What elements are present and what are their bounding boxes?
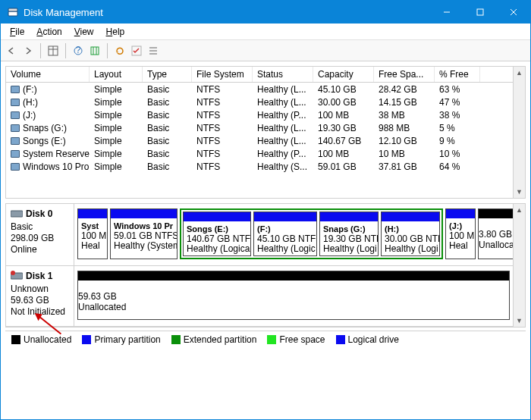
menu-help[interactable]: Help xyxy=(100,25,131,39)
col-status[interactable]: Status xyxy=(253,67,313,82)
toolbar-separator xyxy=(40,43,41,58)
list-button[interactable] xyxy=(146,43,161,58)
partition-system-reserved[interactable]: Syst100 MHeal xyxy=(77,208,108,259)
volume-free: 14.15 GB xyxy=(374,97,435,108)
volume-free: 988 MB xyxy=(374,123,435,133)
volume-status: Healthy (L... xyxy=(253,123,313,133)
volume-icon xyxy=(11,137,20,145)
volume-row[interactable]: Songs (E:)SimpleBasicNTFSHealthy (L...14… xyxy=(6,134,525,147)
vertical-scrollbar[interactable]: ▲ ▼ xyxy=(513,204,525,327)
volume-free: 37.81 GB xyxy=(374,161,435,172)
disk-0-row[interactable]: Disk 0 Basic 298.09 GB Online Syst100 MH… xyxy=(6,204,525,266)
help-button[interactable]: ? xyxy=(71,43,86,58)
volume-type: Basic xyxy=(143,123,192,133)
volume-capacity: 59.01 GB xyxy=(313,161,374,172)
maximize-button[interactable] xyxy=(463,1,497,24)
volume-capacity: 100 MB xyxy=(313,149,374,159)
partition-windows[interactable]: Windows 10 Pr59.01 GB NTFSHealthy (Syste… xyxy=(110,208,178,259)
disk-1-type: Unknown xyxy=(11,284,69,294)
volume-status: Healthy (P... xyxy=(253,110,313,121)
forward-button[interactable] xyxy=(20,43,36,58)
volume-free: 28.42 GB xyxy=(374,84,435,95)
partition-j[interactable]: (J:)100 MHeal xyxy=(445,208,476,259)
volume-row[interactable]: Windows 10 Pro (C:)SimpleBasicNTFSHealth… xyxy=(6,160,525,173)
volume-type: Basic xyxy=(143,97,192,108)
volume-row[interactable]: (H:)SimpleBasicNTFSHealthy (L...30.00 GB… xyxy=(6,96,525,108)
volumes-list[interactable]: Volume Layout Type File System Status Ca… xyxy=(5,66,526,199)
volumes-header[interactable]: Volume Layout Type File System Status Ca… xyxy=(6,67,525,83)
volume-capacity: 45.10 GB xyxy=(313,84,374,95)
unallocated-stripe xyxy=(78,271,509,281)
vertical-scrollbar[interactable]: ▲ ▼ xyxy=(513,67,525,198)
close-button[interactable] xyxy=(497,1,530,24)
volume-capacity: 100 MB xyxy=(313,110,374,121)
volume-row[interactable]: (J:)SimpleBasicNTFSHealthy (P...100 MB38… xyxy=(6,108,525,121)
svg-rect-0 xyxy=(8,11,17,16)
minimize-button[interactable] xyxy=(430,1,463,24)
menu-action[interactable]: Action xyxy=(30,25,68,39)
extended-partition[interactable]: Songs (E:)140.67 GB NTFSHealthy (Logica … xyxy=(180,208,443,259)
scroll-up-icon[interactable]: ▲ xyxy=(514,67,525,79)
app-icon xyxy=(7,6,19,18)
col-capacity[interactable]: Capacity xyxy=(313,67,374,82)
col-fs[interactable]: File System xyxy=(192,67,253,82)
volume-free: 38 MB xyxy=(374,110,435,121)
volume-row[interactable]: Snaps (G:)SimpleBasicNTFSHealthy (L...19… xyxy=(6,121,525,134)
partition-songs[interactable]: Songs (E:)140.67 GB NTFSHealthy (Logica xyxy=(183,212,251,256)
legend-unallocated: Unallocated xyxy=(11,334,71,345)
disk-1-row[interactable]: Disk 1 Unknown 59.63 GB Not Initialized … xyxy=(6,266,525,327)
volume-icon xyxy=(11,111,20,119)
volumes-body: (F:)SimpleBasicNTFSHealthy (L...45.10 GB… xyxy=(6,83,525,198)
toolbar-separator xyxy=(107,43,108,58)
refresh-button[interactable] xyxy=(112,43,127,58)
volume-fs: NTFS xyxy=(192,110,253,121)
volume-row[interactable]: System Reserved (I:)SimpleBasicNTFSHealt… xyxy=(6,147,525,160)
volume-pfree: 38 % xyxy=(435,110,480,121)
svg-rect-11 xyxy=(91,47,99,55)
volume-fs: NTFS xyxy=(192,136,253,146)
volume-row[interactable]: (F:)SimpleBasicNTFSHealthy (L...45.10 GB… xyxy=(6,83,525,96)
partition-snaps[interactable]: Snaps (G:)19.30 GB NTFHealthy (Logi xyxy=(319,212,379,256)
menu-view[interactable]: View xyxy=(68,25,100,39)
volume-capacity: 140.67 GB xyxy=(313,136,374,146)
toolbar: ? xyxy=(1,40,530,61)
check-button[interactable] xyxy=(129,43,144,58)
volume-name: Windows 10 Pro (C:) xyxy=(23,161,90,172)
volume-pfree: 63 % xyxy=(435,84,480,95)
disk-1-icon: Disk 1 xyxy=(11,271,69,281)
disk-1-label: Disk 1 xyxy=(26,271,52,281)
menu-file[interactable]: File xyxy=(4,25,30,39)
volume-layout: Simple xyxy=(90,161,143,172)
volume-capacity: 30.00 GB xyxy=(313,97,374,108)
volume-free: 12.10 GB xyxy=(374,136,435,146)
disks-pane[interactable]: Disk 0 Basic 298.09 GB Online Syst100 MH… xyxy=(5,203,526,328)
primary-stripe xyxy=(446,209,475,218)
back-button[interactable] xyxy=(4,43,19,58)
volume-pfree: 64 % xyxy=(435,161,480,172)
titlebar[interactable]: Disk Management xyxy=(1,1,530,24)
col-pfree[interactable]: % Free xyxy=(435,67,480,82)
volume-icon xyxy=(11,150,20,158)
col-type[interactable]: Type xyxy=(143,67,192,82)
logical-stripe xyxy=(320,212,378,221)
disk-0-label: Disk 0 xyxy=(26,208,52,219)
details-view-button[interactable] xyxy=(46,43,61,58)
scroll-down-icon[interactable]: ▼ xyxy=(514,315,525,327)
partition-h[interactable]: (H:)30.00 GB NTFHealthy (Logi xyxy=(381,212,440,256)
scroll-up-icon[interactable]: ▲ xyxy=(514,204,525,216)
volume-status: Healthy (L... xyxy=(253,84,313,95)
volume-capacity: 19.30 GB xyxy=(313,123,374,133)
settings-button[interactable] xyxy=(87,43,102,58)
svg-rect-18 xyxy=(11,211,23,217)
col-volume[interactable]: Volume xyxy=(6,67,90,82)
disk-0-header[interactable]: Disk 0 Basic 298.09 GB Online xyxy=(6,204,74,265)
volume-name: System Reserved (I:) xyxy=(23,149,90,159)
col-free[interactable]: Free Spa... xyxy=(374,67,435,82)
disk-1-header[interactable]: Disk 1 Unknown 59.63 GB Not Initialized xyxy=(6,266,74,326)
partition-f[interactable]: (F:)45.10 GB NTFSHealthy (Logic xyxy=(253,212,317,256)
toolbar-separator xyxy=(65,43,66,58)
unallocated-disk1[interactable]: 59.63 GBUnallocated xyxy=(77,271,510,320)
scroll-down-icon[interactable]: ▼ xyxy=(514,186,525,198)
volume-fs: NTFS xyxy=(192,161,253,172)
col-layout[interactable]: Layout xyxy=(90,67,143,82)
